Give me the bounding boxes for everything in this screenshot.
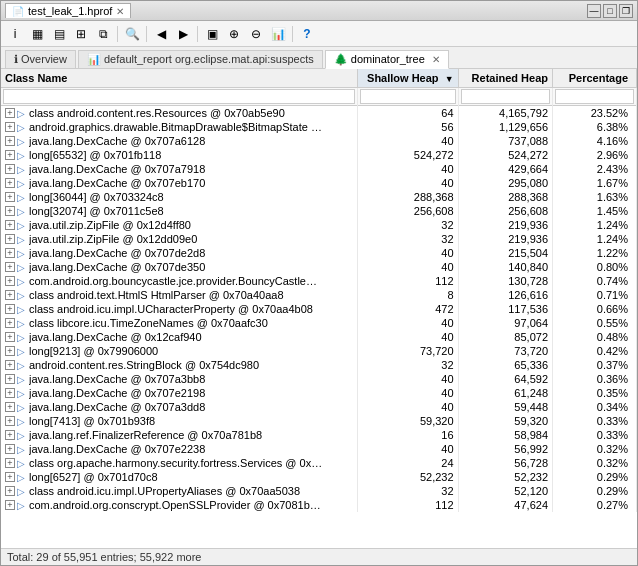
filter-class-input[interactable] [3,89,355,104]
close-tab-icon[interactable]: ✕ [116,6,124,17]
expand-row-icon[interactable]: + [5,430,15,440]
toolbar-sep-4 [292,26,293,42]
class-name-text: android.graphics.drawable.BitmapDrawable… [29,121,324,133]
expand-row-icon[interactable]: + [5,136,15,146]
col-header-retained[interactable]: Retained Heap [458,69,552,88]
expand-row-icon[interactable]: + [5,486,15,496]
expand-row-icon[interactable]: + [5,458,15,468]
table-row[interactable]: +▷java.lang.DexCache @ 0x707e22384056,99… [1,442,637,456]
table-container[interactable]: Class Name Shallow Heap ▼ Retained Heap … [1,69,637,548]
close-dominator-tab[interactable]: ✕ [432,54,440,65]
forward-btn[interactable]: ▶ [173,24,193,44]
expand-row-icon[interactable]: + [5,332,15,342]
expand-row-icon[interactable]: + [5,108,15,118]
col-header-pct[interactable]: Percentage [553,69,637,88]
table-row[interactable]: +▷class org.apache.harmony.security.fort… [1,456,637,470]
expand-row-icon[interactable]: + [5,122,15,132]
filter-retained-input[interactable] [461,89,550,104]
duplicate-classes-btn[interactable]: ⧉ [93,24,113,44]
class-name-text: class android.icu.impl.UCharacterPropert… [29,303,313,315]
expand-row-icon[interactable]: + [5,206,15,216]
table-row[interactable]: +▷class android.content.res.Resources @ … [1,106,637,121]
table-row[interactable]: +▷long[32074] @ 0x7011c5e8256,608256,608… [1,204,637,218]
restore-button[interactable]: ❐ [619,4,633,18]
table-row[interactable]: +▷com.android.org.bouncycastle.jce.provi… [1,274,637,288]
filter-shallow-input[interactable] [360,89,455,104]
table-row[interactable]: +▷long[9213] @ 0x7990600073,72073,7200.4… [1,344,637,358]
table-row[interactable]: +▷android.content.res.StringBlock @ 0x75… [1,358,637,372]
minimize-button[interactable]: — [587,4,601,18]
table-row[interactable]: +▷class android.text.HtmlS HtmlParser @ … [1,288,637,302]
table-row[interactable]: +▷java.lang.DexCache @ 0x707eb17040295,0… [1,176,637,190]
expand-row-icon[interactable]: + [5,220,15,230]
search-btn[interactable]: 🔍 [122,24,142,44]
table-row[interactable]: +▷java.lang.ref.FinalizerReference @ 0x7… [1,428,637,442]
expand-row-icon[interactable]: + [5,150,15,160]
overview-toolbar-btn[interactable]: i [5,24,25,44]
col-header-shallow[interactable]: Shallow Heap ▼ [358,69,458,88]
table-row[interactable]: +▷com.android.org.conscrypt.OpenSSLProvi… [1,498,637,512]
expand-row-icon[interactable]: + [5,304,15,314]
expand-row-icon[interactable]: + [5,500,15,510]
expand-row-icon[interactable]: + [5,276,15,286]
expand-row-icon[interactable]: + [5,234,15,244]
expand-row-icon[interactable]: + [5,444,15,454]
shallow-heap-cell: 40 [358,330,458,344]
table-row[interactable]: +▷long[6527] @ 0x701d70c852,23252,2320.2… [1,470,637,484]
col-header-class[interactable]: Class Name [1,69,358,88]
percentage-cell: 0.35% [553,386,637,400]
table-row[interactable]: +▷class libcore.icu.TimeZoneNames @ 0x70… [1,316,637,330]
table-row[interactable]: +▷java.lang.DexCache @ 0x707a3dd84059,44… [1,400,637,414]
tab-overview[interactable]: ℹ Overview [5,50,76,68]
table-row[interactable]: +▷java.lang.DexCache @ 0x707a3bb84064,59… [1,372,637,386]
shallow-heap-cell: 40 [358,246,458,260]
maximize-button[interactable]: □ [603,4,617,18]
help-btn[interactable]: ? [297,24,317,44]
shallow-heap-cell: 32 [358,358,458,372]
expand-all-btn[interactable]: ⊕ [224,24,244,44]
table-row[interactable]: +▷java.lang.DexCache @ 0x12caf9404085,07… [1,330,637,344]
collapse-all-btn[interactable]: ⊖ [246,24,266,44]
expand-row-icon[interactable]: + [5,374,15,384]
expand-row-icon[interactable]: + [5,346,15,356]
table-row[interactable]: +▷android.graphics.drawable.BitmapDrawab… [1,120,637,134]
table-row[interactable]: +▷class android.icu.impl.UCharacterPrope… [1,302,637,316]
tab-default-report[interactable]: 📊 default_report org.eclipse.mat.api:sus… [78,50,323,68]
shallow-heap-cell: 16 [358,428,458,442]
table-row[interactable]: +▷java.lang.DexCache @ 0x707a612840737,0… [1,134,637,148]
top-consumers-btn[interactable]: ⊞ [71,24,91,44]
shallow-heap-cell: 40 [358,260,458,274]
expand-row-icon[interactable]: + [5,472,15,482]
table-row[interactable]: +▷java.lang.DexCache @ 0x707de35040140,8… [1,260,637,274]
expand-row-icon[interactable]: + [5,416,15,426]
table-row[interactable]: +▷long[7413] @ 0x701b93f859,32059,3200.3… [1,414,637,428]
table-row[interactable]: +▷java.lang.DexCache @ 0x707a791840429,6… [1,162,637,176]
filter-pct-input[interactable] [555,89,634,104]
table-row[interactable]: +▷java.lang.DexCache @ 0x707de2d840215,5… [1,246,637,260]
expand-row-icon[interactable]: + [5,164,15,174]
expand-row-icon[interactable]: + [5,192,15,202]
table-row[interactable]: +▷java.util.zip.ZipFile @ 0x12dd09e03221… [1,232,637,246]
retained-heap-cell: 288,368 [458,190,552,204]
expand-row-icon[interactable]: + [5,360,15,370]
tab-dominator-tree[interactable]: 🌲 dominator_tree ✕ [325,50,449,69]
back-btn[interactable]: ◀ [151,24,171,44]
table-row[interactable]: +▷long[36044] @ 0x703324c8288,368288,368… [1,190,637,204]
dominator-btn[interactable]: ▤ [49,24,69,44]
table-row[interactable]: +▷java.util.zip.ZipFile @ 0x12d4ff803221… [1,218,637,232]
table-row[interactable]: +▷class android.icu.impl.UPropertyAliase… [1,484,637,498]
expand-row-icon[interactable]: + [5,248,15,258]
expand-row-icon[interactable]: + [5,318,15,328]
keep-unreachable-btn[interactable]: ▣ [202,24,222,44]
table-row[interactable]: +▷java.lang.DexCache @ 0x707e21984061,24… [1,386,637,400]
report-btn[interactable]: 📊 [268,24,288,44]
histogram-btn[interactable]: ▦ [27,24,47,44]
table-row[interactable]: +▷long[65532] @ 0x701fb118524,272524,272… [1,148,637,162]
expand-row-icon[interactable]: + [5,402,15,412]
expand-row-icon[interactable]: + [5,262,15,272]
class-name-text: java.lang.DexCache @ 0x707a7918 [29,163,205,175]
expand-row-icon[interactable]: + [5,388,15,398]
expand-row-icon[interactable]: + [5,290,15,300]
class-name-text: class android.icu.impl.UPropertyAliases … [29,485,300,497]
expand-row-icon[interactable]: + [5,178,15,188]
